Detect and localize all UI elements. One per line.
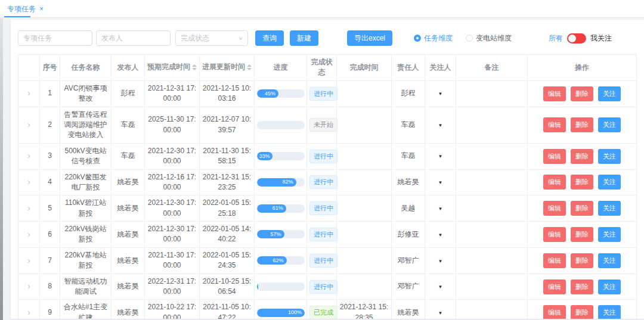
row-index: 2 [48, 120, 52, 129]
expand-row-icon[interactable]: › [28, 176, 30, 188]
progress-update-time: 2021-11-05 10:47:22 [203, 303, 251, 319]
tab-close-icon[interactable]: × [39, 5, 44, 13]
publisher: 姚若昊 [117, 282, 139, 290]
table-cell: 2021-11-05 10:47:22 [200, 300, 255, 319]
owner: 姚若昊 [398, 178, 419, 186]
edit-button[interactable]: 编辑 [543, 201, 566, 216]
edit-button[interactable]: 编辑 [543, 175, 566, 189]
edit-button[interactable]: 编辑 [543, 227, 566, 242]
follower-dropdown-icon[interactable]: ▼ [438, 180, 443, 185]
expand-row-icon[interactable]: › [28, 202, 30, 215]
progress-update-time: 2022-01-05 14:40:22 [203, 225, 251, 243]
progress-bar: 100% [257, 309, 305, 317]
edit-button[interactable]: 编辑 [543, 86, 566, 101]
radio-substation-dimension[interactable]: 变电站维度 [466, 33, 512, 44]
follower-dropdown-icon[interactable]: ▼ [438, 284, 443, 290]
column-header-label: 完成时间 [350, 63, 379, 72]
delete-button[interactable]: 删除 [571, 201, 593, 216]
sort-ascending-icon[interactable] [247, 62, 252, 67]
delete-button[interactable]: 删除 [571, 175, 593, 189]
table-cell: 2 [40, 107, 60, 143]
delete-button[interactable]: 删除 [571, 227, 593, 242]
sort-caret-icon[interactable] [192, 62, 197, 73]
follower-dropdown-icon[interactable]: ▼ [438, 259, 443, 264]
follow-button[interactable]: 关注 [598, 253, 621, 268]
column-header[interactable]: 预期完成时间 [145, 55, 200, 81]
delete-button[interactable]: 删除 [571, 117, 593, 132]
progress-bar-fill: 33% [257, 152, 273, 160]
follow-button[interactable]: 关注 [598, 201, 621, 216]
expand-row-icon[interactable]: › [28, 150, 30, 163]
progress-percent-label: 45% [265, 90, 278, 98]
delete-button[interactable]: 删除 [571, 253, 593, 268]
delete-button[interactable]: 删除 [571, 149, 593, 164]
table-cell: 智能远动机功能调试 [60, 274, 112, 300]
export-excel-button[interactable]: 导出excel [347, 30, 392, 46]
follow-button[interactable]: 关注 [598, 305, 621, 319]
radio-task-dimension[interactable]: 任务维度 [414, 33, 453, 44]
tab-active-underline [4, 16, 30, 17]
progress-bar-fill [257, 282, 258, 291]
row-index: 3 [48, 151, 52, 160]
table-cell: 编辑删除关注 [528, 222, 637, 248]
follow-button[interactable]: 关注 [598, 175, 621, 189]
expand-row-icon[interactable]: › [28, 306, 30, 319]
follow-button[interactable]: 关注 [598, 279, 621, 294]
table-row: ›8智能远动机功能调试姚若昊2022-12-31 17:00:002021-10… [18, 274, 637, 300]
publisher-input[interactable] [96, 30, 171, 46]
query-button[interactable]: 查询 [255, 30, 284, 46]
status-badge: 进行中 [309, 201, 338, 215]
create-button[interactable]: 新建 [290, 30, 318, 46]
table-cell: 编辑删除关注 [528, 143, 637, 169]
follow-button[interactable]: 关注 [598, 227, 621, 242]
edit-button[interactable]: 编辑 [543, 149, 566, 164]
column-header[interactable]: 进展更新时间 [200, 55, 255, 81]
follow-toggle[interactable] [567, 33, 586, 44]
table-cell: 姚若昊 [392, 169, 425, 195]
column-header-label: 进度 [274, 63, 288, 72]
table-cell [456, 300, 528, 319]
progress-bar: 57% [257, 230, 305, 238]
follow-button[interactable]: 关注 [598, 117, 621, 132]
column-header-label: 责任人 [398, 63, 419, 72]
delete-button[interactable]: 删除 [571, 305, 593, 319]
follow-button[interactable]: 关注 [598, 86, 621, 101]
sort-caret-icon[interactable] [247, 62, 252, 73]
sort-ascending-icon[interactable] [192, 62, 197, 67]
follower-dropdown-icon[interactable]: ▼ [438, 123, 443, 128]
follower-dropdown-icon[interactable]: ▼ [438, 232, 443, 238]
edit-button[interactable]: 编辑 [543, 253, 566, 268]
expand-row-icon[interactable]: › [28, 119, 30, 131]
expand-row-icon[interactable]: › [28, 88, 30, 100]
sort-descending-icon[interactable] [192, 68, 197, 73]
follower-dropdown-icon[interactable]: ▼ [438, 154, 443, 159]
follower-dropdown-icon[interactable]: ▼ [438, 91, 443, 97]
table-cell: 车磊 [112, 143, 145, 169]
progress-bar-fill: 45% [257, 89, 278, 98]
task-name-input[interactable] [18, 30, 92, 46]
table-cell: 2022-12-31 17:00:00 [145, 274, 200, 300]
column-header [18, 55, 40, 81]
follow-button[interactable]: 关注 [598, 149, 621, 164]
expand-row-icon[interactable]: › [28, 254, 30, 267]
finish-time: 2021-12-31 15:28:35 [340, 303, 388, 319]
table-header-row: 序号任务名称发布人预期完成时间进展更新时间进度完成状态完成时间责任人关注人备注操… [18, 55, 637, 81]
delete-button[interactable]: 删除 [571, 279, 593, 294]
tab-special-tasks[interactable]: 专项任务 × [5, 0, 46, 18]
expand-row-icon[interactable]: › [28, 228, 30, 241]
edit-button[interactable]: 编辑 [543, 305, 566, 319]
status-badge: 进行中 [309, 175, 338, 189]
status-select[interactable]: 完成状态 ∨ [175, 30, 248, 46]
expand-row-icon[interactable]: › [28, 281, 30, 293]
table-cell: ▼ [425, 274, 456, 300]
follower-dropdown-icon[interactable]: ▼ [438, 206, 443, 212]
progress-bar: 62% [257, 256, 305, 265]
table-cell: 姚若昊 [112, 247, 145, 274]
edit-button[interactable]: 编辑 [543, 117, 566, 132]
delete-button[interactable]: 删除 [571, 86, 593, 101]
edit-button[interactable]: 编辑 [543, 279, 566, 294]
table-cell [337, 222, 392, 248]
sort-descending-icon[interactable] [247, 68, 252, 73]
follower-dropdown-icon[interactable]: ▼ [438, 310, 443, 316]
table-cell: 姚若昊 [112, 222, 145, 248]
